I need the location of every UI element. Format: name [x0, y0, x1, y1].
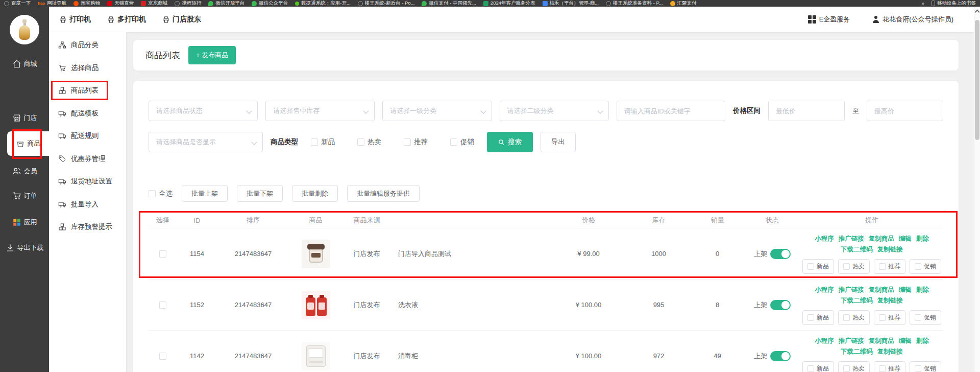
batch-edit-service-button[interactable]: 批量编辑服务提供 [347, 185, 420, 202]
keyword-input[interactable] [617, 101, 725, 121]
miniprogram-link[interactable]: 小程序 [815, 336, 834, 346]
edit-link[interactable]: 编辑 [899, 234, 912, 244]
chip-promo[interactable]: 促销 [910, 259, 941, 274]
bookmark-item[interactable]: 移动设备上的书签 [932, 0, 976, 7]
edit-link[interactable]: 编辑 [899, 285, 912, 295]
status-toggle[interactable] [770, 249, 791, 259]
copy-link-link[interactable]: 复制链接 [877, 296, 903, 306]
sidebar-item-apps[interactable]: 应用 [0, 210, 49, 235]
bookmark-item[interactable]: 微信公众平台 [252, 0, 288, 7]
select-product-status[interactable]: 请选择商品状态 [149, 101, 258, 121]
product-image[interactable] [302, 342, 330, 370]
submenu-item-return-address[interactable]: 退货地址设置 [49, 170, 126, 193]
bookmark-item[interactable]: 京东商城 [141, 0, 167, 7]
delete-link[interactable]: 删除 [916, 336, 929, 346]
chip-new[interactable]: 新品 [802, 259, 834, 274]
type-checkbox-new[interactable]: 新品 [311, 137, 335, 147]
bookmark-item[interactable]: 汇聚支付 [670, 0, 697, 7]
chip-new[interactable]: 新品 [802, 361, 834, 372]
max-price-input[interactable] [867, 101, 943, 121]
scroll-up-arrow-icon[interactable] [975, 10, 980, 15]
type-checkbox-hot[interactable]: 热卖 [357, 137, 381, 147]
chip-hot[interactable]: 热卖 [838, 361, 870, 372]
topbar-link-printer[interactable]: 打印机 [59, 15, 91, 24]
chip-recommend[interactable]: 推荐 [874, 259, 905, 274]
miniprogram-link[interactable]: 小程序 [815, 285, 834, 295]
batch-on-shelf-button[interactable]: 批量上架 [182, 185, 228, 202]
bookmark-item[interactable]: 天猫直营 [107, 0, 134, 7]
delete-link[interactable]: 删除 [916, 285, 929, 295]
service-link[interactable]: E企盈服务 [808, 15, 850, 24]
sidebar-item-mall[interactable]: 商城 [0, 52, 49, 76]
chip-new[interactable]: 新品 [802, 310, 834, 325]
submenu-item-product-list[interactable]: 商品列表 [49, 79, 126, 102]
copy-product-link[interactable]: 复制商品 [869, 336, 894, 346]
bookmark-item[interactable]: 百度一下 [4, 0, 31, 7]
copy-link-link[interactable]: 复制链接 [877, 245, 903, 254]
select-level2-category[interactable]: 请选择二级分类 [500, 101, 609, 121]
chip-recommend[interactable]: 推荐 [874, 361, 905, 372]
chip-promo[interactable]: 促销 [910, 310, 941, 325]
chip-hot[interactable]: 热卖 [838, 259, 870, 274]
submenu-item-product-category[interactable]: 商品分类 [49, 34, 126, 57]
publish-product-button[interactable]: + 发布商品 [188, 46, 236, 64]
search-button[interactable]: 搜索 [487, 132, 533, 152]
bookmark-item[interactable]: 楼王系统-新后台 - Po... [358, 0, 415, 7]
download-qrcode-link[interactable]: 下载二维码 [841, 296, 873, 306]
select-all-checkbox[interactable]: 全选 [149, 189, 173, 198]
product-image[interactable] [302, 240, 330, 268]
delete-link[interactable]: 删除 [916, 234, 929, 244]
status-toggle[interactable] [770, 300, 791, 310]
product-image[interactable] [302, 291, 330, 319]
bookmark-item[interactable]: 微信开放平台 [208, 0, 244, 7]
download-qrcode-link[interactable]: 下载二维码 [841, 347, 873, 357]
scrollbar-thumb[interactable] [975, 20, 979, 140]
submenu-item-delivery-rules[interactable]: 配送规则 [49, 125, 126, 148]
scrollbar[interactable] [974, 7, 980, 372]
submenu-item-select-product[interactable]: 选择商品 [49, 57, 126, 80]
chip-hot[interactable]: 热卖 [838, 310, 870, 325]
sidebar-item-store[interactable]: 门店 [0, 106, 49, 130]
submenu-item-stock-alert[interactable]: 库存预警提示 [49, 216, 126, 239]
promo-link-link[interactable]: 推广链接 [839, 285, 864, 295]
bookmark-item[interactable]: 微信支付 - 中国领先... [422, 0, 476, 7]
sidebar-item-orders[interactable]: 订单 [0, 183, 49, 208]
batch-delete-button[interactable]: 批量删除 [292, 185, 338, 202]
copy-link-link[interactable]: 复制链接 [877, 347, 903, 357]
bookmark-item[interactable]: 数据通系统：应用-开... [295, 0, 351, 7]
submenu-item-coupon-management[interactable]: 优惠券管理 [49, 148, 126, 171]
chip-promo[interactable]: 促销 [910, 361, 941, 372]
copy-product-link[interactable]: 复制商品 [869, 285, 894, 295]
promo-link-link[interactable]: 推广链接 [839, 234, 864, 244]
bookmark-item[interactable]: 2024年客户服务分表 [483, 0, 535, 7]
bookmark-item[interactable]: 淘宝购物 [74, 0, 100, 7]
user-account[interactable]: 花花食府(公众号操作员) [872, 15, 953, 24]
row-checkbox[interactable] [159, 250, 166, 258]
copy-product-link[interactable]: 复制商品 [869, 234, 894, 244]
min-price-input[interactable] [768, 101, 845, 121]
promo-link-link[interactable]: 推广链接 [839, 336, 864, 346]
select-product-visibility[interactable]: 请选择商品是否显示 [149, 132, 263, 152]
bookmark-item[interactable]: hao网址导航 [38, 0, 66, 7]
bookmark-item[interactable]: 桔禾（平台）管理-商... [543, 0, 599, 7]
type-checkbox-recommend[interactable]: 推荐 [404, 137, 428, 147]
sidebar-item-export-download[interactable]: 导出下载 [0, 236, 49, 260]
export-button[interactable]: 导出 [541, 132, 576, 152]
type-checkbox-promo[interactable]: 促销 [450, 137, 474, 147]
edit-link[interactable]: 编辑 [899, 336, 912, 346]
bookmark-item[interactable]: 携程旅行 [175, 0, 201, 7]
submenu-item-batch-import[interactable]: 批量导入 [49, 193, 126, 216]
chip-recommend[interactable]: 推荐 [874, 310, 905, 325]
status-toggle[interactable] [770, 351, 791, 361]
batch-off-shelf-button[interactable]: 批量下架 [237, 185, 283, 202]
submenu-item-delivery-template[interactable]: 配送模板 [49, 102, 126, 125]
topbar-link-store-shareholder[interactable]: 门店股东 [162, 15, 201, 24]
avatar[interactable] [10, 15, 39, 44]
miniprogram-link[interactable]: 小程序 [815, 234, 834, 244]
select-stock-on-sale[interactable]: 请选择售中库存 [265, 101, 375, 121]
sidebar-item-goods[interactable]: 商品 [7, 131, 49, 156]
bookmark-item[interactable]: » [922, 1, 924, 6]
select-level1-category[interactable]: 请选择一级分类 [382, 101, 492, 121]
bookmark-item[interactable]: 楼王系统准备资料 - P... [606, 0, 663, 7]
topbar-link-multi-printer[interactable]: 多打印机 [107, 15, 146, 24]
